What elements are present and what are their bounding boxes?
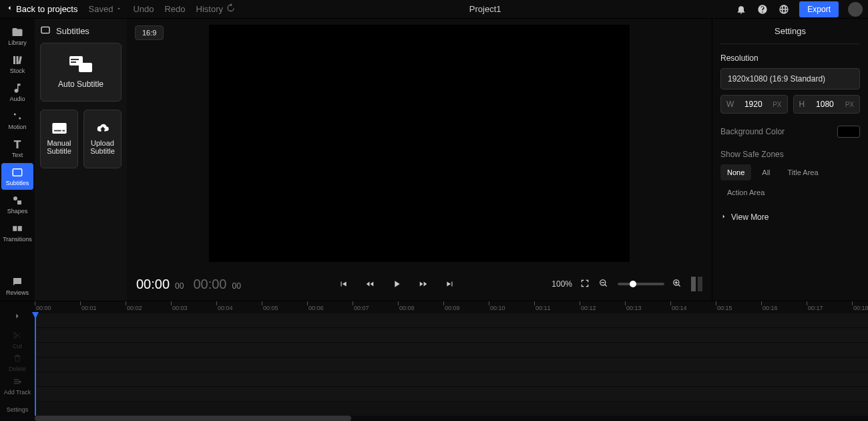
rail-stock[interactable]: Stock bbox=[1, 51, 33, 78]
ruler-mark: 00:15 bbox=[716, 301, 731, 308]
music-icon bbox=[11, 82, 23, 94]
auto-subtitle-card[interactable]: Auto Subtitle bbox=[40, 43, 122, 102]
track-row[interactable] bbox=[35, 387, 868, 402]
subtitles-panel: Subtitles Auto Subtitle Manual Subtitle … bbox=[35, 19, 127, 301]
height-label: H bbox=[799, 100, 805, 109]
subtitle-cards: Auto Subtitle Manual Subtitle Upload Sub… bbox=[40, 43, 122, 168]
zoom-in-icon[interactable] bbox=[672, 279, 683, 289]
chevron-left-icon bbox=[5, 4, 13, 14]
zoom-out-icon[interactable] bbox=[599, 279, 610, 289]
add-track-button[interactable]: Add Track bbox=[3, 375, 32, 398]
left-rail: Library Stock Audio Motion Text Subtitle… bbox=[0, 19, 35, 301]
svg-rect-5 bbox=[13, 226, 17, 231]
add-track-label: Add Track bbox=[4, 389, 31, 396]
ruler-mark: 00:04 bbox=[216, 301, 232, 308]
resolution-select[interactable]: 1920x1080 (16:9 Standard) bbox=[720, 68, 860, 90]
safe-title-button[interactable]: Title Area bbox=[781, 164, 825, 180]
playback-controls bbox=[250, 277, 542, 291]
plus-layers-icon bbox=[13, 377, 22, 388]
zoom-percent: 100% bbox=[552, 279, 572, 289]
rail-transitions[interactable]: Transitions bbox=[1, 219, 33, 246]
aspect-badge[interactable]: 16:9 bbox=[135, 25, 164, 40]
expand-timeline-button[interactable] bbox=[3, 305, 32, 329]
safe-all-button[interactable]: All bbox=[755, 164, 777, 180]
rail-audio[interactable]: Audio bbox=[1, 79, 33, 106]
rail-shapes[interactable]: Shapes bbox=[1, 191, 33, 218]
svg-rect-9 bbox=[79, 63, 92, 72]
zoom-slider[interactable] bbox=[618, 283, 664, 285]
ruler-mark: 00:06 bbox=[307, 301, 322, 308]
timeline-settings-button[interactable]: Settings bbox=[3, 398, 32, 421]
ruler-mark: 00:18 bbox=[852, 301, 867, 308]
rail-reviews-label: Reviews bbox=[6, 289, 29, 296]
ruler-mark: 00:01 bbox=[80, 301, 95, 308]
manual-subtitle-card[interactable]: Manual Subtitle bbox=[40, 110, 78, 168]
preview-controls: 00:00 00 00:00 00 100% bbox=[127, 267, 712, 301]
track-row[interactable] bbox=[35, 372, 868, 387]
history-button[interactable]: History bbox=[196, 3, 235, 15]
safe-none-button[interactable]: None bbox=[720, 164, 751, 180]
scrollbar-thumb[interactable] bbox=[35, 416, 351, 421]
rail-library[interactable]: Library bbox=[1, 23, 33, 49]
ruler-mark: 00:10 bbox=[489, 301, 504, 308]
redo-button[interactable]: Redo bbox=[164, 4, 185, 14]
export-button[interactable]: Export bbox=[799, 1, 839, 17]
svg-rect-10 bbox=[71, 59, 79, 60]
project-title: Project1 bbox=[235, 4, 735, 14]
avatar[interactable] bbox=[848, 2, 863, 17]
svg-point-0 bbox=[14, 114, 16, 116]
playhead[interactable] bbox=[35, 313, 36, 416]
safe-action-button[interactable]: Action Area bbox=[720, 184, 771, 200]
rail-motion[interactable]: Motion bbox=[1, 107, 33, 134]
caret-down-icon[interactable] bbox=[116, 4, 122, 14]
play-icon[interactable] bbox=[390, 277, 403, 291]
svg-rect-7 bbox=[41, 27, 49, 33]
width-input[interactable]: W 1920 PX bbox=[720, 95, 788, 114]
track-row[interactable] bbox=[35, 313, 868, 328]
safe-zones-label: Show Safe Zones bbox=[720, 150, 860, 159]
bg-color-swatch[interactable] bbox=[837, 126, 860, 138]
preview-canvas[interactable] bbox=[209, 25, 630, 262]
globe-icon[interactable] bbox=[778, 3, 790, 15]
auto-subtitle-label: Auto Subtitle bbox=[58, 80, 103, 89]
help-icon[interactable] bbox=[756, 3, 769, 15]
rail-transitions-label: Transitions bbox=[3, 236, 32, 243]
delete-button[interactable]: Delete bbox=[3, 352, 32, 375]
undo-button[interactable]: Undo bbox=[133, 4, 154, 14]
bg-color-label: Background Color bbox=[720, 127, 785, 136]
svg-rect-4 bbox=[17, 200, 21, 204]
track-row[interactable] bbox=[35, 328, 868, 343]
timeline-ruler[interactable]: 00:0000:0100:0200:0300:0400:0500:0600:07… bbox=[35, 301, 868, 313]
panel-title: Subtitles bbox=[56, 26, 89, 36]
chat-icon bbox=[11, 276, 23, 288]
rewind-icon[interactable] bbox=[363, 277, 377, 291]
back-to-projects-button[interactable]: Back to projects bbox=[5, 4, 78, 14]
timeline-scrollbar[interactable] bbox=[35, 416, 868, 421]
scissors-icon bbox=[13, 331, 22, 341]
upload-subtitle-card[interactable]: Upload Subtitle bbox=[83, 110, 122, 168]
time-current-frames: 00 bbox=[175, 281, 184, 291]
track-row[interactable] bbox=[35, 343, 868, 358]
time-total: 00:00 bbox=[193, 277, 226, 292]
view-mode-toggle[interactable] bbox=[691, 277, 702, 291]
rail-text[interactable]: Text bbox=[1, 135, 33, 162]
skip-start-icon[interactable] bbox=[337, 277, 350, 291]
fullscreen-icon[interactable] bbox=[580, 279, 591, 289]
rail-stock-label: Stock bbox=[10, 67, 25, 74]
fast-forward-icon[interactable] bbox=[417, 277, 430, 291]
height-input[interactable]: H 1080 PX bbox=[793, 95, 861, 114]
track-row[interactable] bbox=[35, 358, 868, 372]
sliders-icon bbox=[11, 110, 23, 122]
width-value: 1920 bbox=[736, 100, 770, 109]
svg-rect-13 bbox=[54, 130, 61, 132]
rail-reviews[interactable]: Reviews bbox=[1, 273, 33, 299]
skip-end-icon[interactable] bbox=[443, 277, 457, 291]
timeline-tracks[interactable] bbox=[35, 313, 868, 416]
bell-icon[interactable] bbox=[735, 3, 747, 15]
svg-rect-2 bbox=[13, 169, 22, 176]
svg-point-3 bbox=[13, 196, 17, 200]
rail-subtitles[interactable]: Subtitles bbox=[1, 163, 33, 190]
view-more-button[interactable]: View More bbox=[720, 213, 860, 222]
cut-button[interactable]: Cut bbox=[3, 329, 32, 352]
time-current-group: 00:00 00 bbox=[136, 277, 184, 292]
